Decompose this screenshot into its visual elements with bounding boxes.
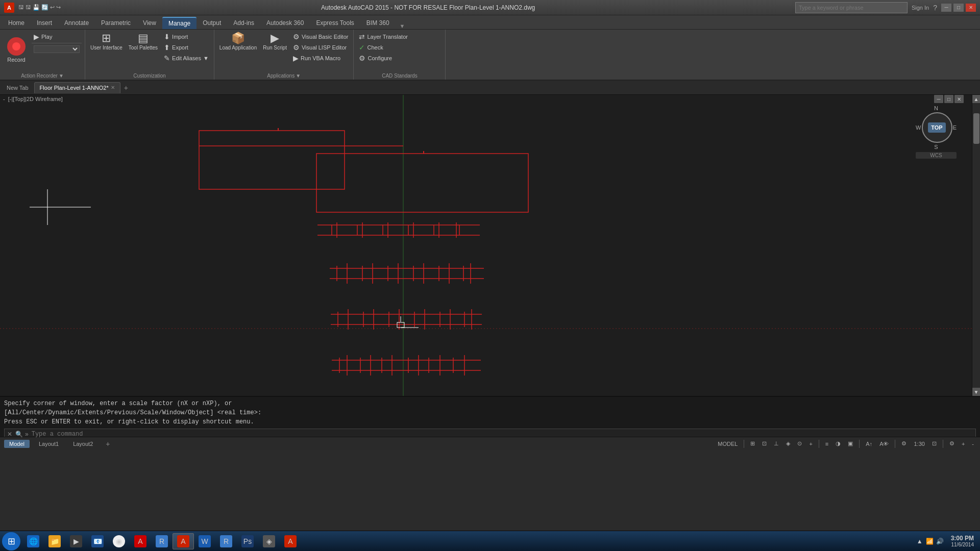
close-button[interactable]: ✕: [966, 4, 976, 12]
tab-parametric[interactable]: Parametric: [95, 17, 137, 29]
layout1-tab[interactable]: Layout1: [34, 440, 64, 448]
tray-volume[interactable]: 🔊: [936, 537, 945, 546]
taskbar-word[interactable]: W: [194, 533, 215, 549]
tab-output[interactable]: Output: [197, 17, 227, 29]
grid-btn[interactable]: ⊞: [748, 440, 757, 447]
taskbar-acad2[interactable]: A: [280, 533, 301, 549]
check-button[interactable]: ✓ Check: [357, 42, 409, 53]
play-button[interactable]: ▶ Play: [32, 32, 82, 42]
taskbar-revit1[interactable]: R: [151, 533, 173, 549]
minimize-button[interactable]: ─: [941, 4, 951, 12]
tab-addins[interactable]: Add-ins: [227, 17, 260, 29]
taskbar-chrome[interactable]: ◉: [108, 533, 130, 549]
vba-editor-button[interactable]: ⚙ Visual Basic Editor: [291, 32, 351, 42]
layer-translator-button[interactable]: ⇄ Layer Translator: [357, 32, 409, 42]
maximize-button[interactable]: □: [953, 4, 964, 12]
zoom-in-btn[interactable]: +: [960, 440, 967, 447]
tray-up-arrow[interactable]: ▲: [915, 537, 924, 546]
tab-expresstools[interactable]: Express Tools: [310, 17, 360, 29]
taskbar-autocad[interactable]: A: [173, 533, 194, 549]
start-button[interactable]: ⊞: [2, 532, 20, 550]
annotation-scale-btn[interactable]: A↑: [864, 440, 874, 447]
tab-annotate[interactable]: Annotate: [58, 17, 95, 29]
taskbar-ie[interactable]: 🌐: [22, 533, 44, 549]
selection-btn[interactable]: ▣: [846, 440, 855, 447]
model-tab[interactable]: Model: [4, 440, 30, 448]
export-button[interactable]: ⬆ Export: [162, 42, 211, 53]
scroll-track[interactable]: [972, 103, 980, 388]
command-search-icon[interactable]: 🔍: [15, 430, 23, 438]
command-input[interactable]: [30, 430, 975, 439]
wcs-label[interactable]: WCS: [916, 152, 957, 159]
scroll-thumb[interactable]: [973, 113, 979, 144]
minus-icon[interactable]: -: [3, 96, 5, 102]
edit-aliases-button[interactable]: ✎ Edit Aliases ▼: [162, 53, 211, 63]
tab-bim360[interactable]: BIM 360: [360, 17, 396, 29]
tab-insert[interactable]: Insert: [31, 17, 58, 29]
extra-tabs-btn[interactable]: ▼: [400, 23, 405, 29]
system-tray: ▲ 📶 🔊: [915, 537, 945, 546]
doc-tab-close[interactable]: ✕: [111, 85, 115, 90]
workspace-btn[interactable]: ⚙: [899, 440, 909, 447]
record-button[interactable]: Record: [3, 32, 30, 68]
run-vba-button[interactable]: ▶ Run VBA Macro: [291, 53, 351, 63]
run-script-button[interactable]: ▶ Run Script: [261, 32, 289, 52]
load-application-button[interactable]: 📦 Load Application: [217, 32, 259, 52]
tab-home[interactable]: Home: [2, 17, 31, 29]
vp-close[interactable]: ✕: [954, 95, 964, 103]
canvas-area[interactable]: - [-|[Top]|2D Wireframe] ─ □ ✕: [0, 95, 972, 396]
otrack-btn[interactable]: +: [807, 440, 814, 447]
vp-minimize[interactable]: ─: [934, 95, 943, 103]
cad-standards-content: ⇄ Layer Translator ✓ Check ⚙ Configure: [357, 32, 409, 72]
lineweight-btn[interactable]: ≡: [823, 440, 830, 447]
user-interface-button[interactable]: ⊞ User Interface: [88, 32, 125, 52]
edit-aliases-dropdown[interactable]: ▼: [203, 55, 209, 61]
annotation-visibility-btn[interactable]: A👁: [877, 440, 891, 447]
vp-restore[interactable]: □: [944, 95, 953, 103]
command-close-icon[interactable]: ✕: [6, 430, 14, 438]
zoom-out-btn[interactable]: -: [970, 440, 976, 447]
model-btn[interactable]: MODEL: [716, 440, 740, 447]
tab-autodesk360[interactable]: Autodesk 360: [260, 17, 310, 29]
compass-circle[interactable]: TOP: [922, 112, 952, 143]
transparency-btn[interactable]: ◑: [834, 440, 843, 447]
clock[interactable]: 3:00 PM 11/6/2014: [947, 535, 978, 547]
add-layout-button[interactable]: +: [102, 438, 113, 449]
taskbar-outlook[interactable]: 📧: [87, 533, 108, 549]
help-icon[interactable]: ?: [933, 4, 937, 12]
taskbar-media[interactable]: ▶: [65, 533, 87, 549]
title-left: A 🖫 🖫 💾 🔄 ↩ ↪: [4, 3, 61, 13]
drawing-canvas[interactable]: [0, 95, 972, 396]
taskbar-acrobat[interactable]: A: [130, 533, 151, 549]
taskbar-revit2[interactable]: R: [215, 533, 237, 549]
import-button[interactable]: ⬇ Import: [162, 32, 211, 42]
configure-button[interactable]: ⚙ Configure: [357, 53, 409, 63]
action-recorder-expand[interactable]: ▼: [59, 73, 64, 79]
add-tab-button[interactable]: +: [120, 82, 132, 93]
layout2-tab[interactable]: Layout2: [68, 440, 98, 448]
tool-palettes-button[interactable]: ▤ Tool Palettes: [127, 32, 160, 52]
scroll-up-button[interactable]: ▲: [972, 95, 981, 103]
osnap-btn[interactable]: ⊙: [795, 440, 804, 447]
compass-top-button[interactable]: TOP: [928, 122, 945, 133]
snap-btn[interactable]: ⊡: [760, 440, 769, 447]
maximize-viewport-btn[interactable]: ⊡: [930, 440, 939, 447]
tray-network[interactable]: 📶: [925, 537, 935, 546]
sign-in-btn[interactable]: Sign In: [912, 5, 929, 11]
applications-expand[interactable]: ▼: [296, 73, 301, 79]
action-dropdown-select[interactable]: [34, 45, 80, 53]
vba-script-button[interactable]: ⚙ Visual LISP Editor: [291, 42, 351, 53]
settings-btn[interactable]: ⚙: [947, 440, 957, 447]
title-search-input[interactable]: [795, 2, 908, 13]
tab-view[interactable]: View: [137, 17, 162, 29]
tab-manage[interactable]: Manage: [162, 17, 197, 29]
taskbar-ps[interactable]: Ps: [237, 533, 258, 549]
polar-btn[interactable]: ◈: [784, 440, 792, 447]
scroll-down-button[interactable]: ▼: [972, 388, 981, 396]
taskbar-other[interactable]: ◈: [258, 533, 280, 549]
doc-tab-floorplan[interactable]: Floor Plan-Level 1-ANNO2* ✕: [34, 82, 120, 93]
taskbar-explorer[interactable]: 📁: [44, 533, 65, 549]
scale-btn[interactable]: 1:30: [912, 440, 926, 447]
ortho-btn[interactable]: ⊥: [772, 440, 781, 447]
doc-tab-newtab[interactable]: New Tab: [1, 82, 34, 93]
